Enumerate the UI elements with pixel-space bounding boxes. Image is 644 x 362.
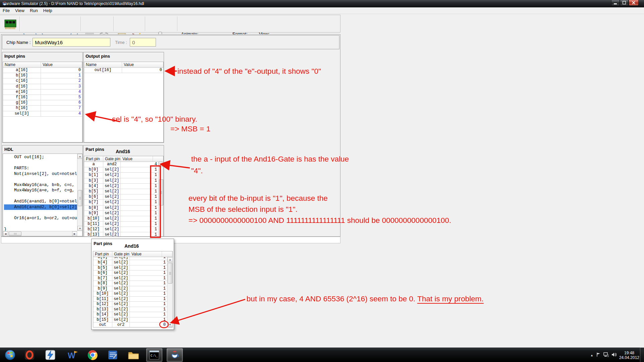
- close-button[interactable]: [629, 0, 639, 6]
- table-row[interactable]: b[3]sel[2]1: [84, 178, 158, 184]
- table-row[interactable]: b[9]sel[2]1: [84, 211, 158, 216]
- table-row[interactable]: h[16]7: [3, 106, 82, 111]
- vertical-scrollbar[interactable]: ▲: [158, 162, 163, 237]
- scroll-up-button[interactable]: ▲: [77, 154, 83, 159]
- scroll-up-button[interactable]: ▲: [159, 162, 164, 167]
- minimize-button[interactable]: [611, 0, 620, 6]
- table-row[interactable]: b[4]sel[2]1: [84, 184, 158, 189]
- clock-time: 19:48: [619, 351, 639, 355]
- table-row[interactable]: b[11]sel[2]1: [84, 222, 158, 227]
- table-row[interactable]: aand24: [84, 162, 158, 167]
- tray-network-icon[interactable]: [603, 352, 609, 358]
- horizontal-scrollbar[interactable]: ◀ ▶: [3, 231, 77, 236]
- scroll-down-button[interactable]: ▼: [77, 226, 83, 231]
- pin-value[interactable]: 4: [41, 111, 82, 116]
- table-row[interactable]: b[7]sel[2]1: [84, 200, 158, 205]
- table-row[interactable]: outor20: [93, 322, 167, 327]
- pin-value[interactable]: 6: [41, 100, 82, 105]
- table-row[interactable]: b[1]sel[2]1: [84, 173, 158, 178]
- table-row[interactable]: d[16]3: [3, 84, 82, 89]
- annotation-b-input-line1: every bit of the b-input is "1", because…: [189, 194, 328, 203]
- scrollbar-thumb[interactable]: [9, 232, 21, 236]
- pin-value: 1: [121, 227, 158, 232]
- table-row[interactable]: e[16]4: [3, 89, 82, 95]
- hdl-code-area[interactable]: OUT out[16]; PARTS: Not(in=sel[2], out=n…: [3, 154, 83, 236]
- scrollbar-thumb[interactable]: [78, 190, 82, 206]
- start-button[interactable]: [2, 348, 18, 362]
- scroll-up-button[interactable]: ▲: [167, 257, 173, 262]
- taskbar-app-bolt-icon[interactable]: [42, 348, 58, 362]
- table-row[interactable]: b[12]sel[2]1: [93, 302, 167, 307]
- scroll-left-button[interactable]: ◀: [3, 231, 8, 236]
- tray-volume-icon[interactable]: [611, 352, 616, 358]
- pin-value[interactable]: 7: [41, 106, 82, 111]
- menu-file[interactable]: File: [0, 7, 12, 14]
- table-row[interactable]: b[16]1: [3, 73, 82, 78]
- taskbar-app-java-simulator-icon[interactable]: [167, 348, 183, 362]
- table-row[interactable]: b[13]sel[2]1: [84, 232, 158, 237]
- table-row[interactable]: g[16]6: [3, 100, 82, 106]
- scroll-down-button[interactable]: ▼: [167, 322, 173, 327]
- hdl-line: [4, 210, 77, 216]
- table-row[interactable]: b[14]sel[2]1: [93, 312, 167, 317]
- menu-help[interactable]: Help: [41, 7, 55, 14]
- table-row[interactable]: b[8]sel[2]1: [84, 205, 158, 211]
- table-row[interactable]: b[10]sel[2]1: [93, 291, 167, 297]
- show-desktop-button[interactable]: [640, 348, 644, 362]
- hdl-line: Mux4Way16(a=a, b=b, c=c, d=d: [4, 182, 77, 188]
- vertical-scrollbar[interactable]: ▲ ▼: [77, 154, 82, 231]
- table-row[interactable]: b[13]sel[2]1: [93, 307, 167, 312]
- tray-expand-icon[interactable]: ▲: [590, 354, 593, 357]
- gate-pin-name: sel[2]: [112, 281, 130, 286]
- pin-value: 1: [130, 260, 167, 265]
- table-row[interactable]: f[16]5: [3, 95, 82, 100]
- table-row[interactable]: b[8]sel[2]1: [93, 281, 167, 286]
- taskbar-app-editor-icon[interactable]: [105, 348, 121, 362]
- scroll-right-button[interactable]: ▶: [72, 231, 77, 236]
- pin-value[interactable]: 2: [41, 78, 82, 83]
- taskbar-app-cmd-icon[interactable]: C:\_: [146, 348, 162, 362]
- maximize-button[interactable]: [620, 0, 629, 6]
- table-row[interactable]: b[6]sel[2]1: [84, 194, 158, 200]
- table-row[interactable]: b[11]sel[2]1: [93, 297, 167, 302]
- table-row[interactable]: b[7]sel[2]1: [93, 276, 167, 281]
- table-row[interactable]: b[5]sel[2]1: [84, 189, 158, 194]
- chip-name-field[interactable]: Mux8Way16: [33, 38, 110, 47]
- vertical-scrollbar[interactable]: ▲ ▼: [167, 257, 172, 327]
- pin-value[interactable]: 4: [41, 89, 82, 95]
- taskbar-app-explorer-icon[interactable]: [125, 348, 142, 362]
- table-row[interactable]: out[16]0: [84, 68, 163, 73]
- tray-flag-icon[interactable]: [596, 352, 601, 358]
- table-row[interactable]: c[16]2: [3, 78, 82, 84]
- taskbar-app-w-icon[interactable]: W: [64, 348, 80, 362]
- scrollbar-thumb[interactable]: [168, 263, 172, 284]
- pin-value[interactable]: 5: [41, 95, 82, 100]
- pin-value[interactable]: 0: [41, 68, 82, 73]
- table-row[interactable]: b[10]sel[2]1: [84, 216, 158, 222]
- column-header-value: Value: [122, 62, 163, 67]
- table-row[interactable]: b[5]sel[2]1: [93, 265, 167, 271]
- table-row[interactable]: a[16]0: [3, 68, 82, 73]
- pin-value[interactable]: 1: [41, 73, 82, 78]
- part-chip-name: And16: [116, 149, 130, 154]
- part-pins-title: Part pins: [86, 147, 104, 152]
- table-row[interactable]: b[4]sel[2]1: [93, 260, 167, 265]
- gate-pin-name: sel[2]: [112, 270, 130, 276]
- table-row[interactable]: sel[3]4: [3, 111, 82, 117]
- pin-value[interactable]: 3: [41, 84, 82, 89]
- taskbar-app-chrome-icon[interactable]: [85, 348, 101, 362]
- table-row[interactable]: b[12]sel[2]1: [84, 227, 158, 232]
- pin-value: 1: [121, 222, 158, 227]
- pin-value: 1: [121, 189, 158, 194]
- menu-view[interactable]: View: [12, 7, 27, 14]
- table-row[interactable]: b[15]sel[2]1: [93, 317, 167, 323]
- scrollbar-thumb[interactable]: [159, 179, 163, 205]
- table-row[interactable]: b[9]sel[2]1: [93, 286, 167, 292]
- table-row[interactable]: b[6]sel[2]1: [93, 270, 167, 276]
- load-chip-button[interactable]: [4, 18, 17, 31]
- gate-pin-name: sel[2]: [112, 312, 130, 317]
- menu-run[interactable]: Run: [27, 7, 41, 14]
- taskbar-clock[interactable]: 19:48 24.04.2012: [619, 351, 639, 360]
- taskbar-app-browser-icon[interactable]: [21, 348, 38, 362]
- table-row[interactable]: b[0]sel[2]1: [84, 167, 158, 173]
